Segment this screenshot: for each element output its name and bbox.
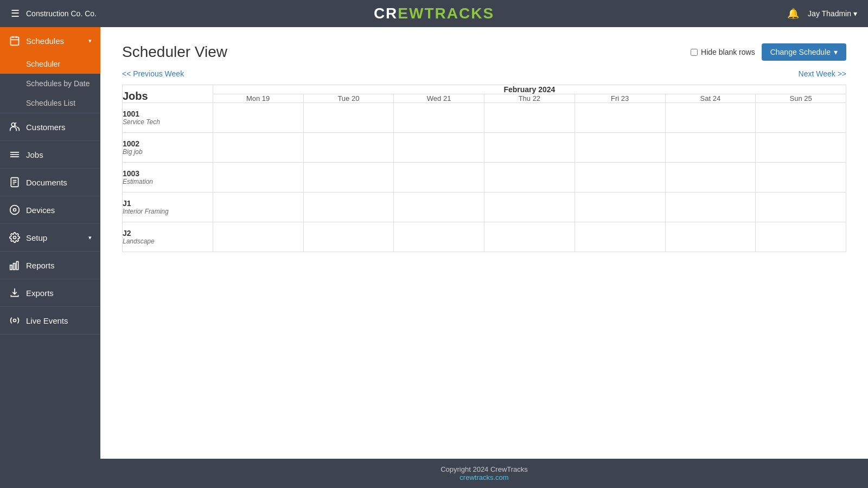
schedule-cell[interactable]: [575, 192, 665, 222]
sidebar: Schedules ▾ Scheduler Schedules by Date …: [0, 27, 100, 488]
schedule-cell[interactable]: [484, 163, 575, 192]
schedule-cell[interactable]: [303, 192, 394, 222]
table-row: J2Landscape: [123, 222, 846, 252]
schedule-cell[interactable]: [665, 163, 756, 192]
schedule-cell[interactable]: [575, 163, 665, 192]
schedule-cell[interactable]: [756, 222, 846, 252]
live-events-label: Live Events: [26, 316, 68, 325]
customers-label: Customers: [26, 123, 66, 132]
sidebar-item-jobs[interactable]: Jobs: [0, 141, 100, 168]
schedule-cell[interactable]: [575, 133, 665, 163]
setup-icon: [9, 232, 21, 243]
sidebar-sub-schedules-by-date[interactable]: Schedules by Date: [0, 74, 100, 93]
user-menu[interactable]: Jay Thadmin ▾: [808, 9, 857, 18]
schedule-cell[interactable]: [394, 133, 484, 163]
table-row: 1003Estimation: [123, 163, 846, 192]
job-cell[interactable]: 1002Big job: [123, 133, 213, 163]
sidebar-item-live-events[interactable]: Live Events: [0, 307, 100, 334]
customers-icon: [9, 121, 21, 133]
devices-icon: [9, 204, 21, 216]
schedule-cell[interactable]: [213, 133, 303, 163]
content-area: Scheduler View Hide blank rows Change Sc…: [100, 27, 868, 488]
schedule-cell[interactable]: [756, 192, 846, 222]
sidebar-item-documents[interactable]: Documents: [0, 169, 100, 196]
schedule-cell[interactable]: [665, 133, 756, 163]
schedule-cell[interactable]: [213, 103, 303, 133]
sidebar-item-customers[interactable]: Customers: [0, 113, 100, 140]
day-header: Mon 19: [213, 94, 303, 103]
schedule-cell[interactable]: [394, 103, 484, 133]
schedule-cell[interactable]: [394, 163, 484, 192]
schedule-cell[interactable]: [303, 222, 394, 252]
sidebar-item-setup[interactable]: Setup ▾: [0, 224, 100, 251]
page-title-row: Scheduler View Hide blank rows Change Sc…: [122, 43, 846, 61]
svg-point-14: [14, 236, 16, 239]
schedule-cell[interactable]: [484, 103, 575, 133]
sidebar-item-exports[interactable]: Exports: [0, 279, 100, 306]
schedule-cell[interactable]: [756, 103, 846, 133]
svg-point-7: [12, 156, 14, 157]
footer-link[interactable]: crewtracks.com: [459, 473, 508, 481]
schedule-cell[interactable]: [756, 163, 846, 192]
live-events-section: Live Events: [0, 307, 100, 335]
schedule-cell[interactable]: [484, 222, 575, 252]
job-desc: Estimation: [123, 178, 213, 185]
job-desc: Service Tech: [123, 118, 213, 126]
header-left: ☰ Construction Co. Co.: [11, 8, 97, 20]
day-header: Thu 22: [484, 94, 575, 103]
schedule-cell[interactable]: [303, 103, 394, 133]
sidebar-item-devices[interactable]: Devices: [0, 196, 100, 223]
devices-section: Devices: [0, 196, 100, 224]
job-number: 1003: [123, 169, 213, 178]
svg-point-5: [12, 152, 14, 153]
sidebar-item-reports[interactable]: Reports: [0, 252, 100, 279]
jobs-icon: [9, 149, 21, 160]
hide-blank-label[interactable]: Hide blank rows: [691, 48, 755, 56]
schedule-cell[interactable]: [394, 192, 484, 222]
footer: Copyright 2024 CrewTracks crewtracks.com: [100, 459, 868, 488]
job-cell[interactable]: J2Landscape: [123, 222, 213, 252]
svg-rect-0: [11, 37, 19, 45]
day-header: Tue 20: [303, 94, 394, 103]
prev-week-link[interactable]: << Previous Week: [122, 69, 184, 78]
exports-section: Exports: [0, 279, 100, 307]
job-cell[interactable]: 1003Estimation: [123, 163, 213, 192]
svg-point-18: [14, 319, 16, 322]
schedule-cell[interactable]: [484, 133, 575, 163]
bell-icon[interactable]: 🔔: [787, 8, 799, 20]
schedule-cell[interactable]: [665, 222, 756, 252]
schedule-cell[interactable]: [756, 133, 846, 163]
schedule-cell[interactable]: [394, 222, 484, 252]
schedule-cell[interactable]: [575, 222, 665, 252]
sidebar-item-schedules[interactable]: Schedules ▾: [0, 27, 100, 54]
schedule-cell[interactable]: [484, 192, 575, 222]
setup-chevron-icon: ▾: [88, 234, 92, 241]
schedule-cell[interactable]: [303, 163, 394, 192]
sidebar-sub-schedules-list[interactable]: Schedules List: [0, 93, 100, 113]
svg-point-6: [12, 154, 14, 155]
job-cell[interactable]: 1001Service Tech: [123, 103, 213, 133]
schedule-cell[interactable]: [575, 103, 665, 133]
hamburger-icon[interactable]: ☰: [11, 8, 20, 20]
hide-blank-checkbox[interactable]: [691, 49, 698, 56]
user-name: Jay Thadmin: [808, 9, 851, 18]
schedule-cell[interactable]: [213, 192, 303, 222]
job-desc: Landscape: [123, 237, 213, 245]
schedule-cell[interactable]: [213, 163, 303, 192]
reports-section: Reports: [0, 252, 100, 279]
day-header: Sun 25: [756, 94, 846, 103]
sidebar-sub-scheduler[interactable]: Scheduler: [0, 54, 100, 74]
schedule-cell[interactable]: [303, 133, 394, 163]
job-cell[interactable]: J1Interior Framing: [123, 192, 213, 222]
exports-label: Exports: [26, 288, 54, 298]
schedule-cell[interactable]: [665, 192, 756, 222]
job-number: 1001: [123, 110, 213, 118]
next-week-link[interactable]: Next Week >>: [799, 69, 846, 78]
change-schedule-button[interactable]: Change Schedule ▾: [762, 43, 846, 61]
schedule-cell[interactable]: [213, 222, 303, 252]
setup-label: Setup: [26, 233, 47, 242]
schedule-cell[interactable]: [665, 103, 756, 133]
month-header: February 2024: [213, 85, 846, 94]
schedules-section: Schedules ▾ Scheduler Schedules by Date …: [0, 27, 100, 113]
schedules-chevron-icon: ▾: [88, 37, 92, 44]
